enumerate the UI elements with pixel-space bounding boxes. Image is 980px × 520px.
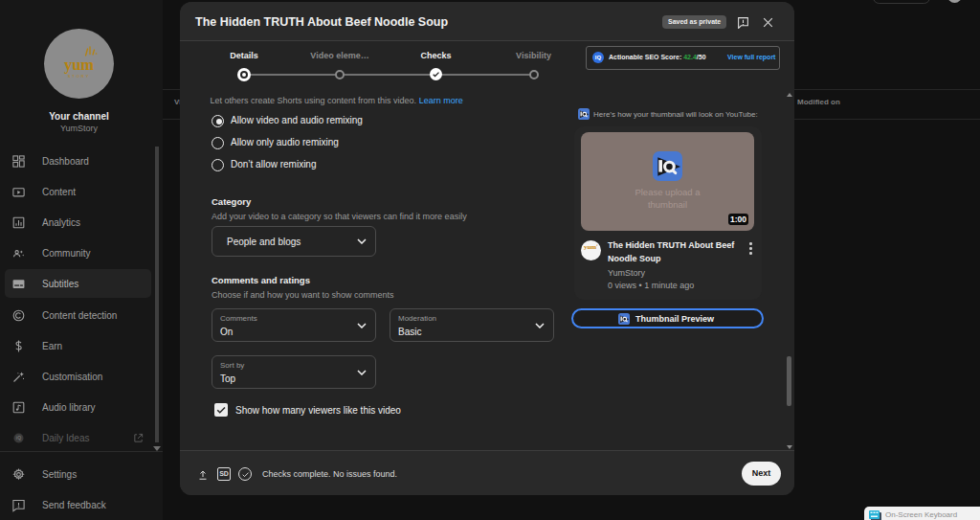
svg-text:iQ: iQ [16,435,21,441]
